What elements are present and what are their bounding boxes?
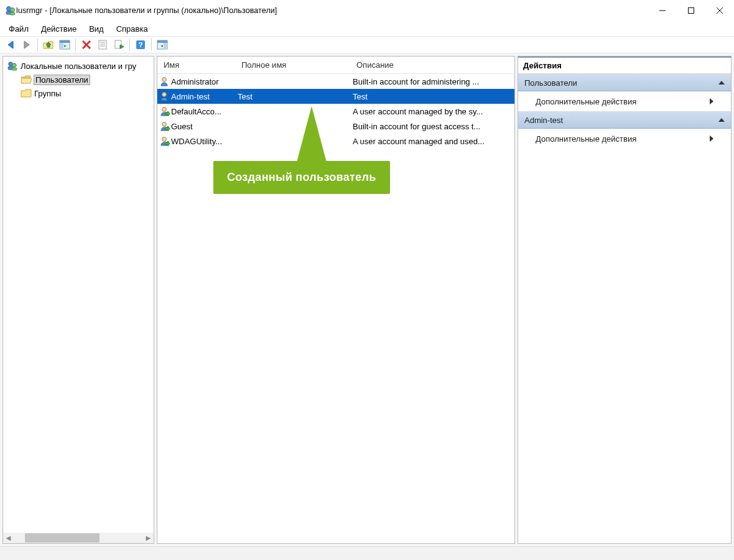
tree-pane: Локальные пользователи и гру Пользовател… [2, 56, 154, 544]
folder-icon [21, 89, 32, 98]
forward-icon[interactable] [19, 37, 34, 52]
menu-help[interactable]: Справка [110, 23, 154, 35]
actions-link-label: Дополнительные действия [536, 97, 636, 106]
svg-rect-13 [60, 43, 63, 49]
users-groups-icon [7, 60, 18, 71]
user-icon [160, 76, 170, 86]
window-buttons [648, 0, 734, 21]
menu-file[interactable]: Файл [2, 23, 35, 35]
client-area: Локальные пользователи и гру Пользовател… [0, 53, 734, 546]
close-button[interactable] [705, 0, 734, 21]
svg-rect-12 [60, 40, 70, 43]
window-title: lusrmgr - [Локальные пользователи и груп… [16, 6, 648, 15]
tree-root-label: Локальные пользователи и гру [21, 62, 136, 71]
svg-rect-27 [164, 43, 167, 49]
app-icon [5, 5, 16, 16]
row-name: WDAGUtility... [171, 137, 222, 146]
collapse-icon [718, 118, 725, 122]
user-icon [160, 121, 170, 131]
help-icon[interactable]: ? [133, 37, 148, 52]
show-hide-tree-icon[interactable] [57, 37, 72, 52]
window: lusrmgr - [Локальные пользователи и груп… [0, 0, 734, 560]
svg-text:?: ? [139, 41, 143, 48]
minimize-button[interactable] [648, 0, 677, 21]
cell-name: WDAGUtility... [157, 136, 235, 146]
tree-root[interactable]: Локальные пользователи и гру [7, 59, 154, 73]
tree-hscrollbar[interactable]: ◄ ► [3, 533, 154, 543]
svg-marker-9 [24, 41, 29, 48]
scroll-right-icon[interactable]: ► [143, 533, 154, 543]
properties-icon[interactable] [95, 37, 110, 52]
col-description[interactable]: Описание [350, 57, 514, 73]
user-icon [160, 106, 170, 116]
delete-icon[interactable] [79, 37, 94, 52]
menubar: Файл Действие Вид Справка [0, 21, 734, 36]
list-row[interactable]: AdministratorBuilt-in account for admini… [157, 74, 514, 89]
col-fullname[interactable]: Полное имя [235, 57, 350, 73]
svg-point-33 [162, 78, 167, 82]
list-row[interactable]: Admin-testTestTest [157, 89, 514, 104]
titlebar: lusrmgr - [Локальные пользователи и груп… [0, 0, 734, 21]
section-label: Admin-test [524, 116, 563, 125]
tree-item-users[interactable]: Пользователи [21, 73, 154, 86]
toolbar-sep [129, 39, 130, 51]
actions-section-header[interactable]: Admin-test [518, 111, 731, 129]
cell-name: DefaultAcco... [157, 106, 235, 116]
export-list-icon[interactable] [111, 37, 126, 52]
svg-rect-3 [10, 12, 15, 15]
col-name[interactable]: Имя [157, 57, 235, 73]
svg-marker-8 [8, 41, 13, 48]
row-name: DefaultAcco... [171, 107, 221, 116]
list-row[interactable]: DefaultAcco...A user account managed by … [157, 104, 514, 119]
actions-title: Действия [518, 58, 731, 74]
tree-item-label: Пользователи [34, 75, 90, 85]
toolbar-sep [37, 39, 38, 51]
back-icon[interactable] [3, 37, 18, 52]
tree: Локальные пользователи и гру Пользовател… [3, 57, 154, 100]
maximize-button[interactable] [677, 0, 705, 21]
cell-description: Test [350, 92, 514, 101]
actions-section-header[interactable]: Пользователи [518, 74, 731, 91]
svg-rect-5 [689, 8, 694, 14]
cell-description: A user account managed and used... [350, 137, 514, 146]
svg-point-35 [162, 108, 167, 112]
cell-fullname: Test [235, 92, 350, 101]
actions-pane: Действия ПользователиДополнительные дейс… [518, 56, 732, 544]
tree-item-label: Группы [34, 89, 61, 98]
list-row[interactable]: WDAGUtility...A user account managed and… [157, 134, 514, 149]
svg-rect-26 [157, 40, 167, 43]
toolbar: ? [0, 36, 734, 53]
list-body: AdministratorBuilt-in account for admini… [157, 74, 514, 543]
tree-item-groups[interactable]: Группы [21, 86, 154, 100]
scroll-left-icon[interactable]: ◄ [3, 533, 14, 543]
scroll-thumb[interactable] [25, 533, 100, 543]
actions-link[interactable]: Дополнительные действия [518, 129, 731, 149]
row-name: Guest [171, 122, 193, 131]
svg-marker-22 [120, 45, 124, 48]
svg-point-34 [162, 93, 167, 97]
user-icon [160, 136, 170, 146]
cell-description: Built-in account for administering ... [350, 77, 514, 86]
collapse-icon [718, 81, 725, 85]
svg-rect-32 [12, 68, 17, 70]
cell-name: Guest [157, 121, 235, 131]
toolbar-sep [75, 39, 76, 51]
statusbar [0, 546, 734, 560]
cell-description: Built-in account for guest access t... [350, 122, 514, 131]
actions-link[interactable]: Дополнительные действия [518, 91, 731, 111]
user-icon [160, 91, 170, 101]
up-folder-icon[interactable] [41, 37, 56, 52]
list-header: Имя Полное имя Описание [157, 57, 514, 74]
show-hide-action-pane-icon[interactable] [155, 37, 170, 52]
menu-action[interactable]: Действие [35, 23, 83, 35]
svg-point-38 [162, 122, 167, 127]
list-pane: Имя Полное имя Описание AdministratorBui… [157, 56, 515, 544]
menu-view[interactable]: Вид [83, 23, 110, 35]
svg-rect-17 [99, 40, 106, 49]
submenu-icon [710, 98, 713, 104]
row-name: Administrator [171, 77, 219, 86]
list-row[interactable]: GuestBuilt-in account for guest access t… [157, 119, 514, 134]
cell-name: Administrator [157, 76, 235, 86]
svg-point-41 [162, 137, 167, 142]
folder-open-icon [21, 75, 32, 84]
